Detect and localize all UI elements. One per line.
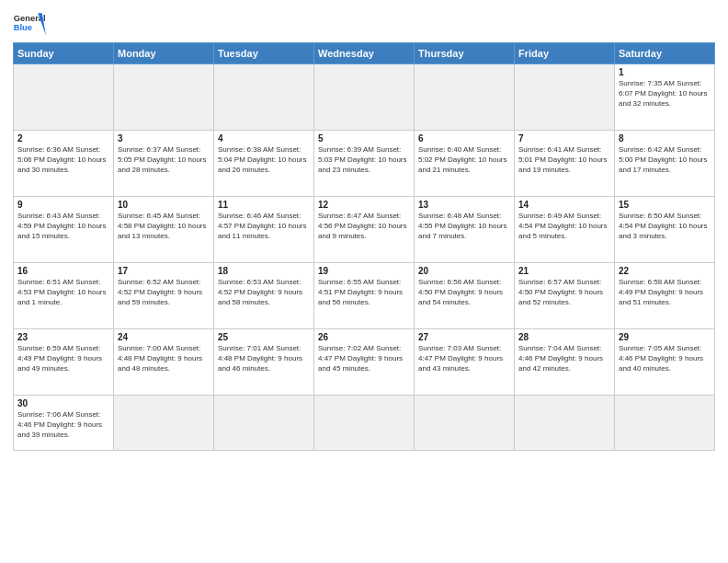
calendar-cell (214, 64, 314, 131)
calendar-cell (515, 64, 615, 131)
day-number: 6 (418, 133, 510, 144)
day-number: 14 (518, 200, 610, 210)
calendar-cell: 9Sunrise: 6:43 AM Sunset: 4:59 PM Daylig… (14, 197, 114, 263)
day-info: Sunrise: 7:05 AM Sunset: 4:46 PM Dayligh… (619, 343, 711, 374)
day-info: Sunrise: 6:48 AM Sunset: 4:55 PM Dayligh… (418, 211, 510, 242)
calendar-cell: 23Sunrise: 6:59 AM Sunset: 4:49 PM Dayli… (14, 329, 114, 396)
calendar-cell: 1Sunrise: 7:35 AM Sunset: 6:07 PM Daylig… (615, 64, 715, 131)
day-number: 23 (17, 332, 109, 342)
day-info: Sunrise: 7:00 AM Sunset: 4:48 PM Dayligh… (118, 343, 210, 374)
day-number: 15 (619, 200, 711, 210)
day-info: Sunrise: 6:51 AM Sunset: 4:53 PM Dayligh… (17, 277, 109, 308)
calendar-cell (114, 396, 214, 451)
day-number: 16 (17, 266, 109, 276)
day-info: Sunrise: 6:42 AM Sunset: 5:00 PM Dayligh… (619, 144, 711, 176)
day-number: 30 (17, 398, 109, 408)
calendar-cell: 14Sunrise: 6:49 AM Sunset: 4:54 PM Dayli… (515, 197, 615, 263)
day-info: Sunrise: 7:01 AM Sunset: 4:48 PM Dayligh… (218, 343, 310, 374)
calendar-cell: 3Sunrise: 6:37 AM Sunset: 5:05 PM Daylig… (114, 131, 214, 197)
calendar-cell (415, 64, 515, 131)
day-number: 2 (17, 133, 109, 144)
day-info: Sunrise: 6:58 AM Sunset: 4:49 PM Dayligh… (619, 277, 711, 308)
calendar-cell: 24Sunrise: 7:00 AM Sunset: 4:48 PM Dayli… (114, 329, 214, 396)
calendar-cell: 8Sunrise: 6:42 AM Sunset: 5:00 PM Daylig… (615, 131, 715, 197)
day-number: 26 (318, 332, 410, 342)
day-header-sunday: Sunday (14, 43, 114, 64)
calendar-cell: 16Sunrise: 6:51 AM Sunset: 4:53 PM Dayli… (14, 263, 114, 329)
day-number: 8 (619, 133, 711, 144)
day-info: Sunrise: 6:57 AM Sunset: 4:50 PM Dayligh… (518, 277, 610, 308)
calendar-cell (214, 396, 314, 451)
day-info: Sunrise: 6:50 AM Sunset: 4:54 PM Dayligh… (619, 211, 711, 242)
calendar-cell: 11Sunrise: 6:46 AM Sunset: 4:57 PM Dayli… (214, 197, 314, 263)
day-info: Sunrise: 6:49 AM Sunset: 4:54 PM Dayligh… (518, 211, 610, 242)
day-number: 20 (418, 266, 510, 276)
day-number: 17 (118, 266, 210, 276)
calendar-cell (314, 396, 415, 451)
calendar-cell: 12Sunrise: 6:47 AM Sunset: 4:56 PM Dayli… (314, 197, 415, 263)
calendar-cell (314, 64, 415, 131)
day-info: Sunrise: 6:38 AM Sunset: 5:04 PM Dayligh… (218, 144, 310, 176)
calendar-cell: 6Sunrise: 6:40 AM Sunset: 5:02 PM Daylig… (415, 131, 515, 197)
day-number: 5 (318, 133, 410, 144)
day-number: 13 (418, 200, 510, 210)
svg-text:Blue: Blue (14, 23, 32, 32)
day-number: 9 (17, 200, 109, 210)
calendar-cell: 5Sunrise: 6:39 AM Sunset: 5:03 PM Daylig… (314, 131, 415, 197)
logo-area: General Blue (13, 9, 46, 37)
day-number: 10 (118, 200, 210, 210)
day-number: 25 (218, 332, 310, 342)
day-info: Sunrise: 6:52 AM Sunset: 4:52 PM Dayligh… (118, 277, 210, 308)
day-number: 29 (619, 332, 711, 342)
calendar-table: SundayMondayTuesdayWednesdayThursdayFrid… (13, 42, 715, 451)
day-info: Sunrise: 6:59 AM Sunset: 4:49 PM Dayligh… (17, 343, 109, 374)
day-number: 11 (218, 200, 310, 210)
day-number: 18 (218, 266, 310, 276)
day-number: 3 (118, 133, 210, 144)
day-header-friday: Friday (515, 43, 615, 64)
day-info: Sunrise: 6:36 AM Sunset: 5:06 PM Dayligh… (17, 144, 109, 176)
calendar-cell (114, 64, 214, 131)
day-number: 7 (518, 133, 610, 144)
day-info: Sunrise: 6:55 AM Sunset: 4:51 PM Dayligh… (318, 277, 410, 308)
day-header-saturday: Saturday (615, 43, 715, 64)
day-number: 1 (619, 67, 711, 77)
day-info: Sunrise: 6:53 AM Sunset: 4:52 PM Dayligh… (218, 277, 310, 308)
calendar-cell: 19Sunrise: 6:55 AM Sunset: 4:51 PM Dayli… (314, 263, 415, 329)
calendar-cell: 20Sunrise: 6:56 AM Sunset: 4:50 PM Dayli… (415, 263, 515, 329)
calendar-cell: 17Sunrise: 6:52 AM Sunset: 4:52 PM Dayli… (114, 263, 214, 329)
day-info: Sunrise: 6:41 AM Sunset: 5:01 PM Dayligh… (518, 144, 610, 176)
day-header-wednesday: Wednesday (314, 43, 415, 64)
day-info: Sunrise: 6:43 AM Sunset: 4:59 PM Dayligh… (17, 211, 109, 242)
day-header-tuesday: Tuesday (214, 43, 314, 64)
day-info: Sunrise: 6:40 AM Sunset: 5:02 PM Dayligh… (418, 144, 510, 176)
calendar-cell: 10Sunrise: 6:45 AM Sunset: 4:58 PM Dayli… (114, 197, 214, 263)
day-info: Sunrise: 6:45 AM Sunset: 4:58 PM Dayligh… (118, 211, 210, 242)
calendar-cell: 2Sunrise: 6:36 AM Sunset: 5:06 PM Daylig… (14, 131, 114, 197)
calendar-cell: 4Sunrise: 6:38 AM Sunset: 5:04 PM Daylig… (214, 131, 314, 197)
calendar-cell: 22Sunrise: 6:58 AM Sunset: 4:49 PM Dayli… (615, 263, 715, 329)
calendar-cell: 15Sunrise: 6:50 AM Sunset: 4:54 PM Dayli… (615, 197, 715, 263)
day-info: Sunrise: 6:46 AM Sunset: 4:57 PM Dayligh… (218, 211, 310, 242)
day-number: 22 (619, 266, 711, 276)
day-number: 21 (518, 266, 610, 276)
day-number: 24 (118, 332, 210, 342)
calendar-cell: 7Sunrise: 6:41 AM Sunset: 5:01 PM Daylig… (515, 131, 615, 197)
day-info: Sunrise: 6:56 AM Sunset: 4:50 PM Dayligh… (418, 277, 510, 308)
calendar-cell: 26Sunrise: 7:02 AM Sunset: 4:47 PM Dayli… (314, 329, 415, 396)
generalblue-logo-icon: General Blue (13, 9, 46, 37)
day-header-monday: Monday (114, 43, 214, 64)
calendar-cell (515, 396, 615, 451)
calendar-cell: 28Sunrise: 7:04 AM Sunset: 4:46 PM Dayli… (515, 329, 615, 396)
calendar-cell: 18Sunrise: 6:53 AM Sunset: 4:52 PM Dayli… (214, 263, 314, 329)
day-number: 12 (318, 200, 410, 210)
day-number: 19 (318, 266, 410, 276)
day-info: Sunrise: 7:04 AM Sunset: 4:46 PM Dayligh… (518, 343, 610, 374)
calendar-cell: 25Sunrise: 7:01 AM Sunset: 4:48 PM Dayli… (214, 329, 314, 396)
header: General Blue (13, 9, 715, 37)
calendar-cell (615, 396, 715, 451)
day-info: Sunrise: 6:39 AM Sunset: 5:03 PM Dayligh… (318, 144, 410, 176)
calendar-cell: 27Sunrise: 7:03 AM Sunset: 4:47 PM Dayli… (415, 329, 515, 396)
day-info: Sunrise: 6:47 AM Sunset: 4:56 PM Dayligh… (318, 211, 410, 242)
day-header-thursday: Thursday (415, 43, 515, 64)
